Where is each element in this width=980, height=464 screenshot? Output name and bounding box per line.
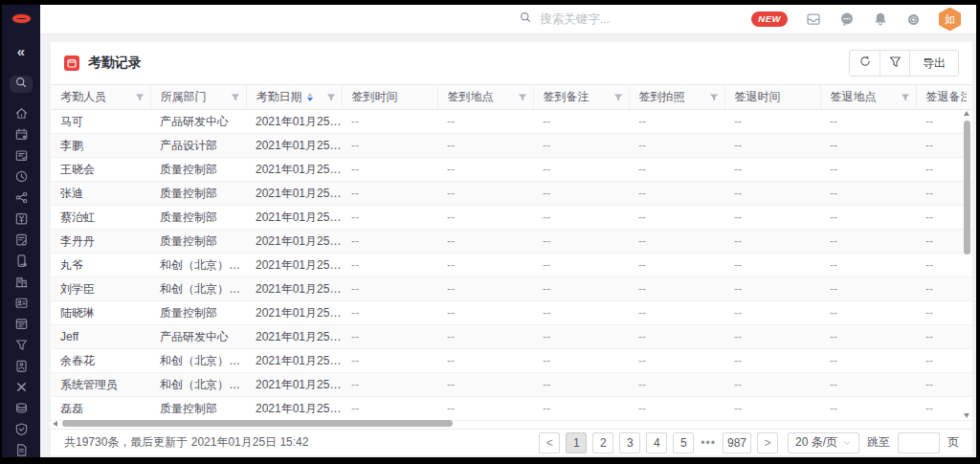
sidebar-item-report[interactable]: [10, 443, 33, 457]
table-row[interactable]: 马可产品研发中心2021年01月25日 00:00--------------: [51, 110, 972, 134]
table-row[interactable]: 张迪质量控制部2021年01月25日 00:00--------------: [51, 182, 972, 206]
column-header-8[interactable]: 签退地点: [820, 85, 916, 110]
more-pages-button[interactable]: •••: [700, 436, 717, 450]
filter-icon[interactable]: [227, 93, 240, 102]
sidebar-item-clock[interactable]: [10, 169, 33, 184]
search-icon: [14, 76, 28, 93]
table-zone: 考勤人员所属部门考勤日期签到时间签到地点签到备注签到拍照签退时间签退地点签退备注…: [51, 84, 972, 429]
cell: --: [533, 373, 629, 397]
table-row[interactable]: Jeff产品研发中心2021年01月25日 00:00-------------…: [51, 325, 972, 349]
sidebar-menu: [10, 106, 33, 457]
vertical-scroll-thumb[interactable]: [964, 121, 970, 254]
table-row[interactable]: 刘学臣和创（北京）科技股份...2021年01月25日 00:00-------…: [51, 277, 972, 301]
sort-control[interactable]: [307, 93, 313, 102]
page-button-4[interactable]: 4: [646, 432, 667, 453]
sidebar-item-phone[interactable]: [10, 254, 33, 268]
scroll-up-arrow[interactable]: [964, 111, 969, 116]
column-header-4[interactable]: 签到地点: [437, 85, 533, 110]
cell: --: [342, 230, 437, 254]
sidebar-item-home[interactable]: [10, 106, 33, 121]
cell: --: [533, 110, 629, 134]
sidebar-item-coins[interactable]: [10, 401, 33, 415]
sidebar-search-button[interactable]: [10, 76, 33, 93]
column-header-1[interactable]: 所属部门: [150, 85, 246, 110]
filter-icon[interactable]: [131, 93, 145, 102]
funnel-icon: [888, 55, 902, 73]
cell: --: [533, 277, 629, 301]
company-icon: [14, 275, 29, 289]
column-header-5[interactable]: 签到备注: [533, 85, 629, 110]
gear-icon[interactable]: [906, 12, 921, 27]
cell: --: [533, 349, 629, 373]
cell: --: [629, 325, 724, 349]
inbox-icon[interactable]: [806, 11, 821, 27]
sidebar-item-company[interactable]: [10, 275, 33, 289]
page-button-2[interactable]: 2: [592, 432, 613, 453]
scroll-left-arrow[interactable]: [53, 421, 57, 427]
cell: 和创（北京）科技股份...: [150, 277, 246, 301]
export-button[interactable]: 导出: [909, 51, 958, 76]
jump-suffix: 页: [947, 434, 959, 451]
page-jump-input[interactable]: [898, 432, 940, 453]
new-badge: NEW: [751, 11, 788, 27]
sidebar-item-share[interactable]: [10, 190, 33, 205]
filter-icon[interactable]: [610, 93, 623, 102]
cell: 2021年01月25日 00:00: [246, 110, 342, 134]
sidebar-item-clipboard[interactable]: [10, 359, 33, 373]
sidebar-item-approval[interactable]: [10, 148, 33, 163]
user-avatar[interactable]: 如: [939, 8, 961, 32]
collapse-sidebar-button[interactable]: «: [17, 44, 25, 58]
global-search-input[interactable]: [540, 12, 674, 26]
funnel-icon: [14, 338, 29, 352]
column-header-3[interactable]: 签到时间: [342, 85, 437, 110]
message-icon[interactable]: [839, 11, 855, 27]
page-button-987[interactable]: 987: [723, 432, 751, 453]
page-button-5[interactable]: 5: [673, 432, 694, 453]
column-header-7[interactable]: 签退时间: [724, 85, 820, 110]
sidebar-item-contract[interactable]: [10, 232, 33, 247]
cell: --: [533, 230, 629, 254]
cell: --: [724, 254, 820, 277]
column-header-2[interactable]: 考勤日期: [246, 85, 342, 110]
next-page-button[interactable]: >: [757, 432, 778, 453]
cell: --: [437, 158, 533, 182]
table-header: 考勤人员所属部门考勤日期签到时间签到地点签到备注签到拍照签退时间签退地点签退备注: [51, 85, 972, 110]
page-button-1[interactable]: 1: [566, 432, 587, 453]
sidebar-item-finance[interactable]: [10, 211, 33, 226]
table-row[interactable]: 王晓会质量控制部2021年01月25日 00:00--------------: [51, 158, 972, 182]
refresh-button[interactable]: [850, 51, 880, 76]
cell: 质量控制部: [150, 206, 246, 230]
page-size-select[interactable]: 20 条/页: [788, 432, 859, 453]
page-button-3[interactable]: 3: [619, 432, 640, 453]
table-row[interactable]: 余春花和创（北京）科技股份...2021年01月25日 00:00-------…: [51, 349, 972, 373]
horizontal-scroll-thumb[interactable]: [62, 420, 453, 427]
column-header-6[interactable]: 签到拍照: [629, 85, 724, 110]
table-row[interactable]: 系统管理员和创（北京）科技股份...2021年01月25日 00:00-----…: [51, 373, 972, 397]
table-row[interactable]: 陆晓琳质量控制部2021年01月25日 00:00--------------: [51, 301, 972, 325]
filter-icon[interactable]: [514, 93, 527, 102]
sidebar-item-idcard[interactable]: [10, 296, 33, 310]
sidebar-item-tools[interactable]: [10, 380, 33, 394]
table-row[interactable]: 李丹丹质量控制部2021年01月25日 00:00--------------: [51, 230, 972, 254]
sidebar-item-calendar[interactable]: [10, 127, 33, 142]
filter-icon[interactable]: [705, 93, 719, 102]
filter-icon[interactable]: [323, 93, 336, 102]
app-logo[interactable]: [12, 14, 31, 23]
column-header-0[interactable]: 考勤人员: [51, 85, 150, 110]
table-row[interactable]: 蔡治虹质量控制部2021年01月25日 00:00--------------: [51, 206, 972, 230]
column-header-9[interactable]: 签退备注: [916, 85, 972, 110]
scroll-down-arrow[interactable]: [964, 413, 969, 418]
calendar-icon: [14, 127, 29, 142]
prev-page-button[interactable]: <: [539, 432, 560, 453]
sidebar-item-shield[interactable]: [10, 422, 33, 436]
bell-icon[interactable]: [873, 11, 888, 27]
filter-button[interactable]: [880, 51, 909, 76]
global-search: [519, 11, 696, 28]
table-row[interactable]: 丸爷和创（北京）科技股份...2021年01月25日 00:00--------…: [51, 254, 972, 277]
table-row[interactable]: 李鹏产品设计部2021年01月25日 00:00--------------: [51, 134, 972, 158]
sidebar-item-funnel[interactable]: [10, 338, 33, 352]
filter-icon[interactable]: [897, 93, 910, 102]
sidebar-item-schedule[interactable]: [10, 317, 33, 331]
table-row[interactable]: 磊磊质量控制部2021年01月25日 00:00--------------: [51, 397, 972, 421]
cell: 2021年01月25日 00:00: [246, 134, 342, 158]
